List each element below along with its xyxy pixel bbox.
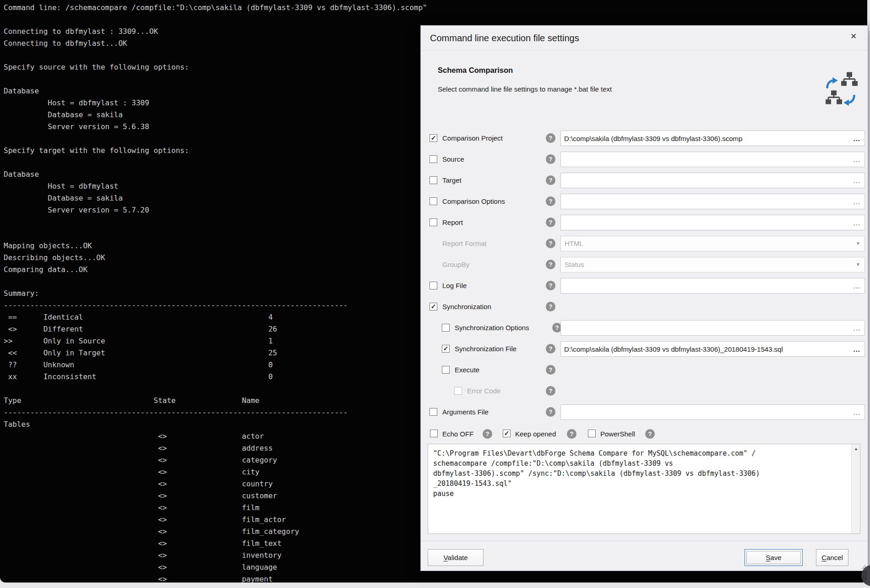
comparison-project-field: ... bbox=[560, 131, 865, 146]
close-icon[interactable]: ✕ bbox=[847, 29, 860, 43]
powershell-checkbox[interactable] bbox=[588, 430, 596, 437]
help-icon[interactable]: ? bbox=[546, 386, 555, 396]
help-icon[interactable]: ? bbox=[546, 281, 555, 290]
synchronization-file-checkbox[interactable]: ✓ bbox=[442, 345, 450, 353]
cancel-button[interactable]: Cancel bbox=[816, 549, 848, 566]
help-icon[interactable]: ? bbox=[546, 302, 555, 311]
scroll-up-icon[interactable]: ▲ bbox=[852, 444, 860, 453]
return-arrow-icon bbox=[843, 94, 856, 106]
execute-checkbox[interactable] bbox=[442, 366, 450, 374]
synchronization-label: Synchronization bbox=[442, 299, 491, 315]
form-row-synchronization: ✓ Synchronization ? bbox=[421, 299, 868, 315]
log-file-checkbox[interactable] bbox=[430, 282, 437, 289]
form-row-groupby: GroupBy ? Status ▼ bbox=[421, 256, 868, 273]
redo-arrow-icon bbox=[826, 77, 838, 89]
synchronization-options-input[interactable] bbox=[561, 321, 849, 335]
echo-off-checkbox[interactable] bbox=[430, 430, 438, 437]
comparison-options-checkbox[interactable] bbox=[430, 197, 437, 205]
form-row-comparison-project: ✓ Comparison Project ? ... bbox=[421, 130, 868, 147]
screenshot-page: Command line: /schemacompare /compfile:"… bbox=[0, 0, 870, 588]
browse-button[interactable]: ... bbox=[853, 321, 860, 335]
dialog-button-bar: Validate Save Cancel bbox=[421, 541, 868, 571]
groupby-dropdown[interactable]: Status ▼ bbox=[560, 257, 865, 272]
help-icon[interactable]: ? bbox=[546, 260, 555, 269]
form-row-source: Source ? ... bbox=[421, 151, 868, 168]
source-field: ... bbox=[560, 152, 865, 167]
target-label: Target bbox=[442, 172, 462, 189]
dialog-subheading: Select command line file settings to man… bbox=[438, 85, 612, 93]
error-code-label: Error Code bbox=[467, 383, 500, 399]
form-row-log-file: Log File ? ... bbox=[421, 278, 868, 294]
help-icon[interactable]: ? bbox=[483, 429, 492, 439]
chevron-down-icon: ▼ bbox=[856, 257, 860, 272]
synchronization-file-field: ... bbox=[560, 341, 865, 357]
log-file-field: ... bbox=[560, 278, 865, 294]
log-file-label: Log File bbox=[442, 278, 467, 294]
browse-button[interactable]: ... bbox=[853, 132, 860, 146]
help-icon[interactable]: ? bbox=[546, 196, 555, 206]
report-format-value: HTML bbox=[565, 236, 583, 251]
source-checkbox[interactable] bbox=[430, 155, 437, 163]
save-button[interactable]: Save bbox=[745, 549, 803, 566]
error-code-checkbox[interactable] bbox=[454, 387, 462, 395]
synchronization-options-checkbox[interactable] bbox=[442, 324, 450, 332]
console-output: Command line: /schemacompare /compfile:"… bbox=[0, 0, 427, 583]
keep-opened-label: Keep opened bbox=[515, 428, 556, 441]
report-label: Report bbox=[442, 214, 463, 231]
report-input[interactable] bbox=[561, 215, 849, 230]
browse-button[interactable]: ... bbox=[853, 216, 860, 230]
browse-button[interactable]: ... bbox=[853, 195, 860, 209]
help-icon[interactable]: ? bbox=[546, 175, 555, 185]
help-icon[interactable]: ? bbox=[567, 429, 576, 439]
synchronization-checkbox[interactable]: ✓ bbox=[430, 303, 437, 310]
target-field: ... bbox=[560, 173, 865, 188]
scrollbar[interactable]: ▲ bbox=[851, 444, 860, 534]
help-icon[interactable]: ? bbox=[546, 218, 555, 227]
groupby-value: Status bbox=[565, 257, 584, 272]
form-row-execute: Execute ? bbox=[421, 362, 868, 378]
browse-button[interactable]: ... bbox=[853, 343, 860, 356]
report-field: ... bbox=[560, 215, 865, 230]
schema-comparison-heading: Schema Comparison bbox=[438, 66, 513, 75]
report-checkbox[interactable] bbox=[430, 218, 437, 226]
target-input[interactable] bbox=[561, 173, 849, 188]
log-file-input[interactable] bbox=[561, 278, 849, 293]
help-icon[interactable]: ? bbox=[546, 365, 555, 375]
help-icon[interactable]: ? bbox=[546, 344, 555, 354]
source-input[interactable] bbox=[561, 152, 849, 167]
help-icon[interactable]: ? bbox=[645, 429, 655, 439]
form-row-synchronization-file: ✓ Synchronization File ? ... bbox=[421, 341, 868, 357]
help-icon[interactable]: ? bbox=[546, 239, 555, 248]
synchronization-file-input[interactable] bbox=[561, 342, 849, 356]
echo-off-label: Echo OFF bbox=[442, 428, 473, 441]
keep-opened-checkbox[interactable]: ✓ bbox=[503, 430, 511, 437]
org-chart-icon bbox=[826, 90, 842, 106]
bat-file-text-area[interactable]: "C:\Program Files\Devart\dbForge Schema … bbox=[428, 444, 860, 534]
command-line-settings-dialog: Command line execution file settings ✕ S… bbox=[420, 25, 868, 571]
schema-sync-illustration bbox=[826, 71, 862, 109]
comparison-options-field: ... bbox=[560, 194, 865, 209]
validate-button[interactable]: Validate bbox=[428, 549, 484, 566]
form-row-report: Report ? ... bbox=[421, 214, 868, 231]
comparison-options-input[interactable] bbox=[561, 194, 849, 209]
arguments-file-input[interactable] bbox=[561, 405, 849, 419]
org-chart-icon bbox=[841, 71, 858, 88]
bat-options-row: Echo OFF ? ✓ Keep opened ? PowerShell ? bbox=[421, 428, 868, 441]
help-icon[interactable]: ? bbox=[546, 154, 555, 164]
comparison-project-checkbox[interactable]: ✓ bbox=[430, 134, 437, 142]
help-icon[interactable]: ? bbox=[546, 133, 555, 143]
help-icon[interactable]: ? bbox=[546, 407, 555, 417]
form-row-synchronization-options: Synchronization Options ? ... bbox=[421, 320, 868, 336]
browse-button[interactable]: ... bbox=[853, 406, 860, 419]
comparison-project-input[interactable] bbox=[561, 131, 849, 146]
arguments-file-label: Arguments File bbox=[442, 404, 489, 420]
groupby-label: GroupBy bbox=[442, 256, 469, 273]
target-checkbox[interactable] bbox=[430, 176, 437, 184]
powershell-label: PowerShell bbox=[600, 428, 635, 441]
synchronization-options-field: ... bbox=[560, 320, 865, 336]
browse-button[interactable]: ... bbox=[853, 153, 860, 167]
report-format-dropdown[interactable]: HTML ▼ bbox=[560, 236, 865, 251]
arguments-file-checkbox[interactable] bbox=[430, 408, 437, 416]
browse-button[interactable]: ... bbox=[853, 174, 860, 188]
browse-button[interactable]: ... bbox=[853, 279, 860, 293]
